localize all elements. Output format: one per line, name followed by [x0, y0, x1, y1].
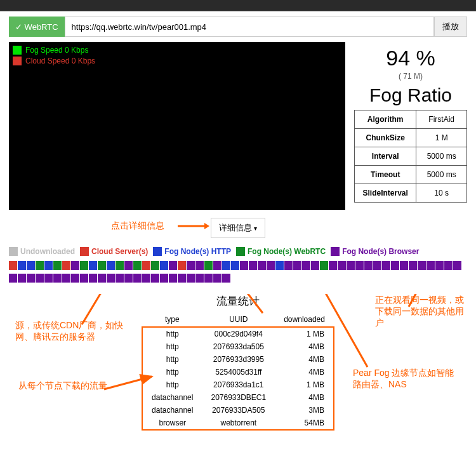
ann-per-node: 从每个节点下载的流量 — [18, 380, 120, 391]
chunk — [409, 261, 418, 270]
cloud-speed-legend: Cloud Speed 0 Kbps — [13, 57, 341, 65]
chunk — [320, 261, 329, 270]
legend-fog-webrtc: Fog Node(s) WebRTC — [236, 247, 326, 256]
traffic-row: datachannel2076933DA5053MB — [142, 404, 334, 417]
chunk — [80, 274, 89, 283]
chunk — [258, 261, 267, 270]
chunk — [213, 261, 222, 270]
chunk — [222, 261, 231, 270]
chunk — [107, 261, 116, 270]
chunk — [62, 261, 71, 270]
chunk — [9, 274, 18, 283]
chunk — [53, 261, 62, 270]
chunk — [204, 274, 213, 283]
chunk — [418, 261, 426, 270]
ann-cdn: 源，或传统CDN厂商，如快网、腾讯云的服务器 — [15, 319, 129, 342]
chunk — [142, 274, 151, 283]
ann-same-video: 正在观看同一视频，或下载同一数据的其他用户 — [375, 294, 467, 329]
traffic-row: http2076933da1c11 MB — [142, 378, 334, 391]
chunk — [195, 274, 204, 283]
chunk — [435, 261, 444, 270]
chunk — [124, 274, 133, 283]
traffic-table: typeUUIDdownloaded http000c29d049f41 MBh… — [142, 312, 334, 431]
chunk — [98, 274, 107, 283]
chunk — [80, 261, 89, 270]
chunk — [124, 261, 133, 270]
header-banner — [0, 0, 476, 11]
chunk — [426, 261, 435, 270]
chunk — [195, 261, 204, 270]
chunk — [89, 261, 98, 270]
legend-undownloaded: Undownloaded — [9, 247, 75, 256]
chunk — [71, 261, 80, 270]
chunk — [116, 261, 124, 270]
legend-fog-http: Fog Node(s) HTTP — [153, 247, 231, 256]
fog-speed-legend: Fog Speed 0 Kbps — [13, 46, 341, 55]
chunk — [240, 261, 249, 270]
chunk — [329, 261, 338, 270]
chunk — [347, 261, 355, 270]
chunk — [355, 261, 364, 270]
svg-marker-1 — [204, 223, 209, 229]
chunk — [400, 261, 409, 270]
chunk — [116, 274, 124, 283]
chunk — [160, 261, 169, 270]
chunk — [44, 261, 53, 270]
chunk — [267, 261, 275, 270]
fog-ratio-percent: 94 % — [354, 46, 467, 70]
detail-hint: 点击详细信息 — [111, 220, 164, 232]
traffic-row: browserwebtorrent54MB — [142, 417, 334, 430]
fog-ratio-size: ( 71 M) — [354, 72, 467, 81]
chunk — [44, 274, 53, 283]
chunk — [142, 261, 151, 270]
chunk — [311, 261, 320, 270]
chunk — [284, 261, 293, 270]
config-row: SlideInterval10 s — [355, 184, 467, 203]
detail-button[interactable]: 详细信息 — [211, 218, 265, 238]
source-legend: Undownloaded Cloud Server(s) Fog Node(s)… — [9, 247, 467, 256]
chunk — [373, 261, 382, 270]
chunk — [275, 261, 284, 270]
chunk — [133, 261, 142, 270]
chunk — [27, 274, 36, 283]
chunk — [204, 261, 213, 270]
chunk — [231, 261, 240, 270]
chunk — [444, 261, 453, 270]
chunk — [98, 261, 107, 270]
chunk — [169, 261, 178, 270]
chunk — [338, 261, 347, 270]
chunk — [27, 261, 36, 270]
config-table: AlgorithmFirstAidChunkSize1 MInterval500… — [354, 110, 467, 203]
legend-fog-browser: Fog Node(s) Browser — [331, 247, 419, 256]
chunk — [302, 261, 311, 270]
chunk — [453, 261, 462, 270]
traffic-row: http2076933d39954MB — [142, 353, 334, 366]
chunk — [391, 261, 400, 270]
chunk — [160, 274, 169, 283]
chunk — [151, 274, 160, 283]
config-row: Interval5000 ms — [355, 147, 467, 166]
chunk — [9, 261, 18, 270]
ann-edge: Pear Fog 边缘节点如智能路由器、NAS — [353, 367, 454, 390]
traffic-header: type — [142, 312, 202, 327]
chunk — [62, 274, 71, 283]
config-row: ChunkSize1 M — [355, 129, 467, 147]
chunk — [53, 274, 62, 283]
chunk — [293, 261, 302, 270]
chunk — [151, 261, 160, 270]
chunk-bar-1 — [9, 261, 467, 270]
traffic-header: downloaded — [275, 312, 334, 327]
chunk — [364, 261, 373, 270]
chunk — [71, 274, 80, 283]
chunk — [382, 261, 391, 270]
chunk — [178, 274, 187, 283]
chunk — [178, 261, 187, 270]
chunk — [36, 261, 44, 270]
chunk — [187, 261, 195, 270]
play-button[interactable]: 播放 — [434, 17, 467, 37]
chunk — [36, 274, 44, 283]
chunk — [89, 274, 98, 283]
video-url-input[interactable] — [65, 17, 434, 37]
traffic-row: http2076933da5054MB — [142, 340, 334, 353]
traffic-row: http5254005d31ff4MB — [142, 366, 334, 378]
